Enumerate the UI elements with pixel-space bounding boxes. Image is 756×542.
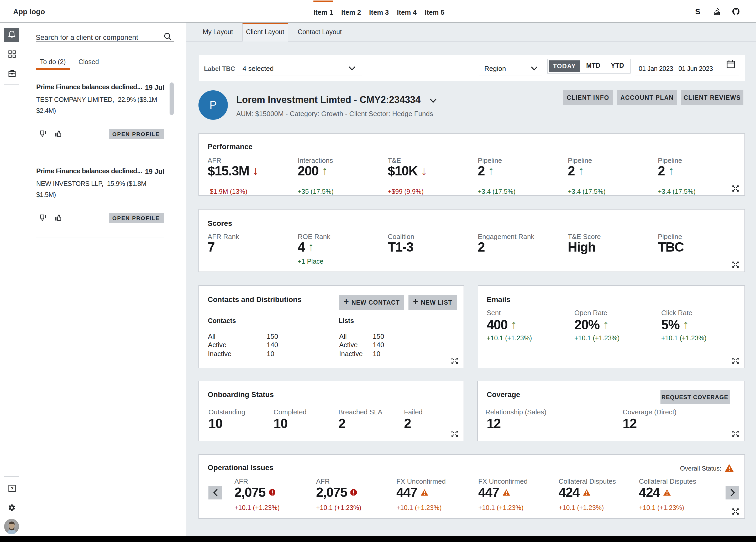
svg-text:?: ?: [10, 486, 13, 491]
